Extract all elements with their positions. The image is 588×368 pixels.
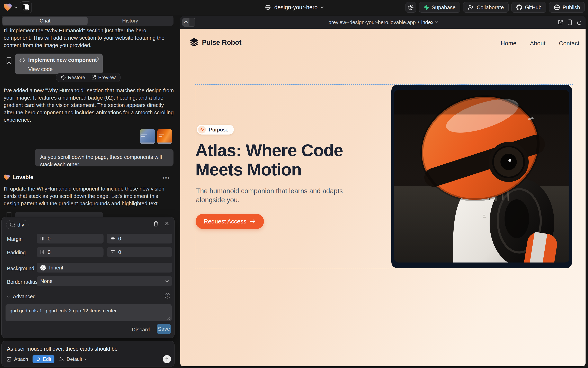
collaborate-button[interactable]: Collaborate	[463, 2, 509, 13]
border-radius-select[interactable]: None	[37, 276, 172, 286]
attach-image-icon	[7, 357, 12, 362]
restore-button[interactable]: Restore	[61, 75, 85, 80]
github-label: GitHub	[525, 4, 541, 11]
code-icon	[19, 58, 25, 62]
padding-vertical-icon	[111, 250, 115, 254]
preview-url-breadcrumb[interactable]: preview--design-your-hero.lovable.app / …	[180, 16, 586, 29]
toggle-sidebar-button[interactable]	[20, 1, 32, 13]
classes-value: grid grid-cols-1 lg:grid-cols-2 gap-12 i…	[9, 308, 117, 313]
hero-subheading: The humanoid companion that learns and a…	[196, 186, 343, 204]
help-icon[interactable]: ?	[165, 293, 170, 298]
purpose-badge-label: Purpose	[209, 127, 228, 133]
workspace-chevron-down-icon[interactable]	[14, 5, 18, 9]
preview-pane: preview--design-your-hero.lovable.app / …	[180, 16, 586, 366]
margin-horizontal-icon	[40, 236, 44, 241]
request-access-label: Request Access	[204, 218, 246, 225]
hero-heading-line1: Atlas: Where Code	[195, 141, 343, 160]
lovable-heart-icon	[4, 175, 10, 180]
settings-button[interactable]	[406, 2, 416, 13]
mode-selector[interactable]: Default	[59, 356, 86, 362]
site-header: Pulse Robot Home About Contact	[180, 29, 586, 59]
project-chevron-down-icon	[320, 5, 324, 9]
edit-mode-button[interactable]: Edit	[33, 355, 54, 363]
message-menu-button[interactable]: •••	[162, 175, 170, 181]
assistant-header: Lovable •••	[4, 174, 173, 181]
tab-history[interactable]: History	[87, 17, 173, 25]
save-button[interactable]: Save	[157, 324, 171, 334]
open-in-new-tab-icon[interactable]	[558, 20, 563, 25]
request-access-button[interactable]: Request Access	[196, 214, 264, 229]
refresh-icon[interactable]	[577, 20, 582, 25]
resize-handle[interactable]	[167, 317, 171, 320]
publish-button[interactable]: Publish	[549, 2, 585, 13]
padding-x-input[interactable]: 0	[37, 247, 104, 257]
nav-about[interactable]: About	[530, 40, 545, 47]
component-card-title: Implement new component	[28, 57, 97, 63]
restore-label: Restore	[68, 75, 85, 80]
nav-home[interactable]: Home	[501, 40, 516, 47]
padding-label: Padding	[7, 250, 26, 256]
chat-composer[interactable]: As user mouse roll over, these cards sho…	[1, 341, 174, 367]
border-radius-value: None	[40, 278, 53, 284]
element-tag: div	[17, 222, 24, 228]
github-button[interactable]: GitHub	[512, 2, 546, 13]
nav-contact[interactable]: Contact	[559, 40, 579, 47]
bookmark-icon-2[interactable]	[6, 212, 12, 217]
advanced-label: Advanced	[13, 294, 36, 300]
github-icon	[516, 4, 522, 10]
advanced-toggle[interactable]: Advanced	[7, 294, 36, 300]
selected-element-chip[interactable]: div	[6, 220, 28, 229]
project-switcher[interactable]: design-your-hero	[265, 0, 323, 15]
send-button[interactable]	[163, 355, 171, 363]
margin-x-input[interactable]: 0	[37, 234, 104, 243]
padding-x-value: 0	[48, 249, 50, 255]
supabase-icon	[424, 4, 429, 10]
purpose-badge: Purpose	[197, 125, 234, 135]
padding-y-input[interactable]: 0	[107, 247, 172, 257]
delete-element-button[interactable]	[153, 221, 158, 227]
composer-draft-text[interactable]: As user mouse roll over, these cards sho…	[7, 346, 118, 352]
margin-x-value: 0	[48, 236, 50, 242]
preview-url: preview--design-your-hero.lovable.app	[328, 19, 416, 25]
mode-label: Default	[66, 356, 82, 362]
preview-page-name: index	[421, 19, 434, 25]
site-brand[interactable]: Pulse Robot	[190, 38, 241, 47]
transparent-swatch-icon	[40, 265, 46, 270]
close-panel-button[interactable]	[164, 221, 169, 226]
top-bar: design-your-hero Supabase	[0, 0, 588, 15]
lovable-logo-heart-icon[interactable]	[4, 3, 12, 11]
background-input[interactable]: Inherit	[37, 263, 172, 273]
attachment-thumbnail-blue[interactable]	[140, 129, 155, 144]
site-brand-name: Pulse Robot	[202, 38, 241, 46]
tailwind-classes-textarea[interactable]: grid grid-cols-1 lg:grid-cols-2 gap-12 i…	[6, 304, 172, 321]
padding-y-value: 0	[118, 249, 121, 255]
site-canvas: Pulse Robot Home About Contact Purpose	[180, 29, 586, 366]
preview-button[interactable]: Preview	[91, 75, 116, 80]
element-inspector-panel: div Margin 0 0 Padding	[1, 217, 174, 338]
tab-chat[interactable]: Chat	[2, 17, 87, 25]
attach-button[interactable]: Attach	[7, 356, 28, 362]
version-actions: Restore Preview	[56, 73, 121, 82]
background-label: Background	[7, 266, 34, 272]
page-chevron-down-icon	[435, 20, 438, 23]
view-code-link[interactable]: View code	[28, 66, 99, 72]
robot-image	[394, 90, 569, 263]
chat-history-tabs: Chat History	[2, 16, 173, 26]
margin-y-value: 0	[118, 236, 121, 242]
discard-button[interactable]: Discard	[132, 326, 150, 333]
code-view-toggle[interactable]: <>	[182, 18, 195, 27]
hero-heading: Atlas: Where Code Meets Motion	[195, 141, 343, 179]
mobile-preview-icon[interactable]	[568, 19, 572, 25]
url-separator: /	[418, 19, 419, 25]
mode-chevron-down-icon	[84, 357, 87, 360]
hero-sub-line1: The humanoid companion that learns and a…	[196, 186, 343, 195]
edit-label: Edit	[43, 356, 51, 362]
supabase-button[interactable]: Supabase	[419, 2, 460, 13]
implement-component-card[interactable]: Implement new component View code	[15, 54, 103, 74]
margin-y-input[interactable]: 0	[107, 234, 172, 243]
attachment-thumbnail-orange[interactable]	[157, 129, 172, 144]
bookmark-icon[interactable]	[6, 57, 12, 64]
globe-icon	[265, 4, 271, 10]
user-message-bubble: As you scroll down the page, these compo…	[35, 149, 173, 166]
padding-horizontal-icon	[40, 250, 44, 254]
